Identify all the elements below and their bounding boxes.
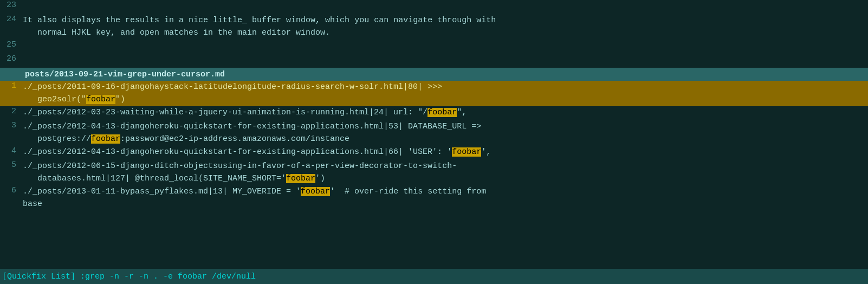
highlight-foobar-4: foobar (452, 147, 481, 157)
result-line-content-4: ./_posts/2012-04-13-djangoheroku-quickst… (23, 146, 868, 159)
code-line-24: 24 It also displays the results in a nic… (0, 14, 868, 40)
status-bar-text: [Quickfix List] :grep -n -r -n . -e foob… (2, 272, 256, 281)
result-line-number-1: 1 (0, 81, 23, 91)
highlight-foobar-5: foobar (286, 174, 315, 183)
result-line-1: 1 ./_posts/2011-09-16-djangohaystack-lat… (0, 81, 868, 106)
result-line-number-5: 5 (0, 160, 23, 170)
code-line-26: 26 (0, 54, 868, 68)
result-line-6: 6 ./_posts/2013-01-11-bypass_pyflakes.md… (0, 185, 868, 211)
code-area: 23 24 It also displays the results in a … (0, 0, 868, 269)
result-line-number-2: 2 (0, 107, 23, 116)
result-line-number-3: 3 (0, 121, 23, 130)
result-line-number-6: 6 (0, 186, 23, 195)
line-number-23: 23 (0, 1, 23, 10)
highlight-foobar-3: foobar (91, 134, 120, 144)
line-content-24: It also displays the results in a nice l… (23, 15, 868, 39)
result-line-2: 2 ./_posts/2012-03-23-waiting-while-a-jq… (0, 106, 868, 120)
result-line-content-1: ./_posts/2011-09-16-djangohaystack-latit… (23, 81, 868, 106)
highlight-foobar-2: foobar (427, 108, 457, 117)
code-line-23: 23 (0, 0, 868, 14)
line-number-24: 24 (0, 15, 23, 24)
result-line-content-2: ./_posts/2012-03-23-waiting-while-a-jque… (23, 107, 868, 119)
editor-container: 23 24 It also displays the results in a … (0, 0, 868, 284)
result-line-content-5: ./_posts/2012-06-15-django-ditch-objects… (23, 160, 868, 185)
status-bar: [Quickfix List] :grep -n -r -n . -e foob… (0, 269, 868, 284)
result-line-content-6: ./_posts/2013-01-11-bypass_pyflakes.md|1… (23, 186, 868, 210)
result-line-content-3: ./_posts/2012-04-13-djangoheroku-quickst… (23, 121, 868, 145)
result-line-5: 5 ./_posts/2012-06-15-django-ditch-objec… (0, 160, 868, 185)
file-header: posts/2013-09-21-vim-grep-under-cursor.m… (0, 68, 868, 81)
code-line-25: 25 (0, 40, 868, 54)
line-number-26: 26 (0, 54, 23, 63)
result-line-3: 3 ./_posts/2012-04-13-djangoheroku-quick… (0, 120, 868, 146)
result-line-number-4: 4 (0, 146, 23, 156)
highlight-foobar-1: foobar (86, 95, 115, 104)
result-line-4: 4 ./_posts/2012-04-13-djangoheroku-quick… (0, 146, 868, 160)
line-number-25: 25 (0, 40, 23, 49)
highlight-foobar-6: foobar (301, 187, 330, 196)
file-header-label: posts/2013-09-21-vim-grep-under-cursor.m… (25, 70, 225, 79)
